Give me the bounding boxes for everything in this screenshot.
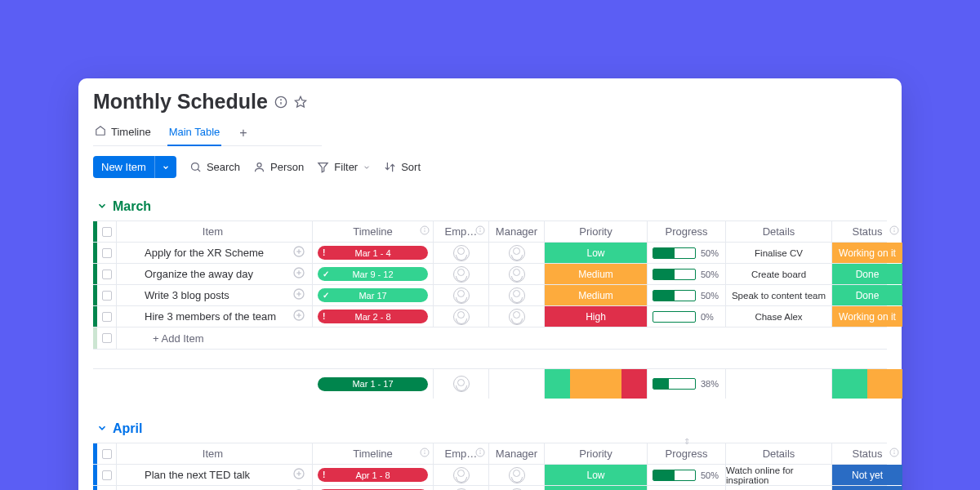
status-cell[interactable]: Working on it [832,243,902,263]
row-checkbox[interactable] [97,306,117,327]
row-checkbox[interactable] [97,465,117,485]
col-progress[interactable]: Progress [648,221,726,242]
row-checkbox[interactable] [97,264,117,284]
item-cell[interactable]: Organize the away day [117,264,313,284]
tab-timeline[interactable]: Timeline [93,120,153,145]
priority-cell[interactable]: Low [545,243,648,263]
row-checkbox[interactable] [97,285,117,305]
status-cell[interactable]: Done [832,285,902,305]
progress-cell[interactable]: 0% [648,306,726,327]
timeline-cell[interactable]: ! Mar 1 - 4 [313,243,434,263]
add-item-row[interactable]: + Add Item [93,327,887,349]
details-cell[interactable]: Find login details [726,486,832,490]
table-row[interactable]: Plan the next TED talk ! Apr 1 - 8 Low 5… [93,465,887,486]
row-checkbox[interactable] [97,243,117,263]
tab-main-table[interactable]: Main Table [167,121,222,146]
col-details[interactable]: Details [726,443,832,464]
col-item[interactable]: Item [117,221,313,242]
collapse-icon[interactable] [96,422,108,436]
info-icon[interactable] [889,448,899,460]
employee-cell[interactable] [434,264,489,284]
item-cell[interactable]: Book off annual leave [117,486,313,490]
col-manager[interactable]: Manager [489,443,545,464]
search-tool[interactable]: Search [189,161,240,173]
details-cell[interactable]: Chase Alex [726,306,832,327]
col-timeline[interactable]: Timeline [313,443,434,464]
add-subitem-icon[interactable] [292,287,305,303]
item-cell[interactable]: Hire 3 members of the team [117,306,313,327]
col-details[interactable]: Details [726,221,832,242]
item-cell[interactable]: Write 3 blog posts [117,285,313,305]
employee-cell[interactable] [434,465,489,485]
employee-cell[interactable] [434,285,489,305]
employee-cell[interactable] [434,486,489,490]
col-item[interactable]: Item [117,443,313,464]
table-row[interactable]: Hire 3 members of the team ! Mar 2 - 8 H… [93,306,887,327]
employee-cell[interactable] [434,306,489,327]
add-subitem-icon[interactable] [292,266,305,282]
manager-cell[interactable] [489,264,545,284]
info-icon[interactable] [475,448,485,460]
progress-cell[interactable]: 50% [648,264,726,284]
info-icon[interactable] [475,225,485,238]
status-cell[interactable]: Done [832,264,902,284]
table-row[interactable]: Organize the away day ✓ Mar 9 - 12 Mediu… [93,264,887,285]
timeline-cell[interactable]: ! Apr 4 - 8 [313,486,434,490]
table-row[interactable]: Apply for the XR Scheme ! Mar 1 - 4 Low … [93,243,887,264]
priority-cell[interactable]: Low [545,465,648,485]
select-all-checkbox[interactable] [97,221,117,242]
status-cell[interactable]: Working on it [832,306,902,327]
timeline-cell[interactable]: ! Apr 1 - 8 [313,465,434,485]
col-manager[interactable]: Manager [489,221,545,242]
details-cell[interactable]: Speak to content team [726,285,832,305]
timeline-cell[interactable]: ✓ Mar 9 - 12 [313,264,434,284]
manager-cell[interactable] [489,285,545,305]
group-header[interactable]: April [93,421,887,436]
new-item-dropdown[interactable] [154,156,176,178]
col-priority[interactable]: Priority [545,221,648,242]
add-subitem-icon[interactable] [292,245,305,261]
timeline-cell[interactable]: ✓ Mar 17 [313,285,434,305]
sort-tool[interactable]: Sort [384,161,421,173]
manager-cell[interactable] [489,465,545,485]
status-cell[interactable]: Not yet [832,465,902,485]
col-employee[interactable]: Emplo… [434,443,489,464]
timeline-cell[interactable]: ! Mar 2 - 8 [313,306,434,327]
priority-cell[interactable]: Low [545,486,648,490]
col-status[interactable]: Status [832,221,902,242]
col-progress[interactable]: ⇕Progress [648,443,726,464]
info-icon[interactable] [274,96,287,109]
details-cell[interactable]: Finalise CV [726,243,832,263]
progress-cell[interactable]: 50% [648,465,726,485]
status-cell[interactable]: Not yet [832,486,902,490]
manager-cell[interactable] [489,243,545,263]
manager-cell[interactable] [489,486,545,490]
priority-cell[interactable]: Medium [545,285,648,305]
item-cell[interactable]: Plan the next TED talk [117,465,313,485]
new-item-button[interactable]: New Item [93,156,176,178]
row-checkbox[interactable] [97,486,117,490]
priority-cell[interactable]: High [545,306,648,327]
col-priority[interactable]: Priority [545,443,648,464]
manager-cell[interactable] [489,306,545,327]
table-row[interactable]: Write 3 blog posts ✓ Mar 17 Medium 50% S… [93,285,887,306]
priority-cell[interactable]: Medium [545,264,648,284]
drag-handle-icon[interactable]: ⇕ [684,437,690,446]
filter-tool[interactable]: Filter [317,161,371,173]
col-timeline[interactable]: Timeline [313,221,434,242]
col-employee[interactable]: Emplo… [434,221,489,242]
progress-cell[interactable]: 50% [648,486,726,490]
item-cell[interactable]: Apply for the XR Scheme [117,243,313,263]
table-row[interactable]: Book off annual leave ! Apr 4 - 8 Low 50… [93,486,887,490]
add-subitem-icon[interactable] [292,467,305,483]
collapse-icon[interactable] [96,200,108,214]
employee-cell[interactable] [434,243,489,263]
info-icon[interactable] [889,225,899,238]
add-view-button[interactable]: + [236,123,250,143]
favorite-star-icon[interactable] [294,96,307,109]
progress-cell[interactable]: 50% [648,243,726,263]
group-header[interactable]: March [93,199,887,214]
add-subitem-icon[interactable] [292,309,305,324]
details-cell[interactable]: Create board [726,264,832,284]
col-status[interactable]: Status [832,443,902,464]
